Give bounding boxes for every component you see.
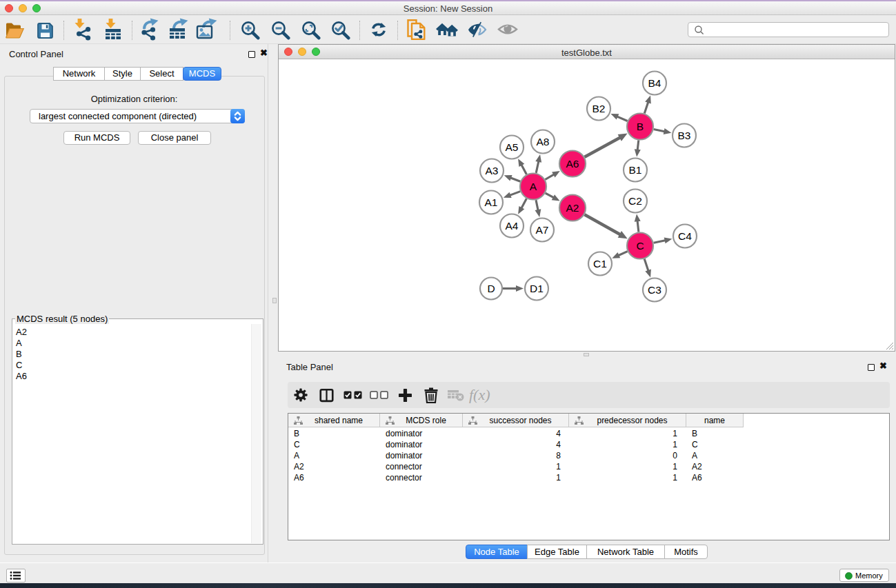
svg-text:C1: C1	[593, 258, 607, 270]
svg-text:A5: A5	[506, 141, 519, 153]
svg-text:A7: A7	[536, 224, 549, 236]
svg-text:A2: A2	[566, 202, 579, 214]
svg-text:B: B	[637, 121, 644, 132]
svg-text:C2: C2	[628, 195, 642, 207]
svg-text:C4: C4	[678, 230, 692, 242]
svg-text:C: C	[636, 240, 644, 252]
svg-text:A4: A4	[506, 220, 519, 232]
svg-text:A8: A8	[537, 136, 550, 148]
svg-text:B3: B3	[678, 130, 691, 141]
svg-text:B1: B1	[629, 164, 642, 176]
svg-text:A3: A3	[486, 165, 499, 176]
svg-text:A1: A1	[485, 196, 498, 208]
svg-text:A6: A6	[566, 158, 579, 170]
svg-text:D: D	[487, 283, 495, 294]
svg-text:B2: B2	[593, 103, 606, 114]
svg-text:D1: D1	[530, 283, 544, 294]
svg-text:C3: C3	[648, 284, 661, 296]
svg-text:A: A	[530, 181, 537, 192]
svg-text:f(x): f(x)	[469, 386, 490, 403]
svg-text:B4: B4	[648, 77, 661, 89]
